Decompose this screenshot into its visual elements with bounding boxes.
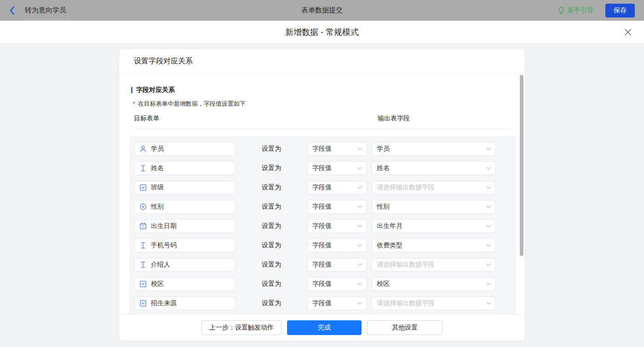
chevron-down-icon	[357, 302, 362, 305]
section-title: 字段对应关系	[131, 86, 525, 94]
value-mode-select-value: 字段值	[312, 145, 332, 153]
previous-step-button[interactable]: 上一步：设置触发动作	[201, 320, 282, 335]
field-mapping-row: 性别 设置为 字段值 性别	[134, 200, 516, 214]
output-field-select-value: 校区	[377, 280, 390, 288]
value-mode-select[interactable]: 字段值	[307, 142, 367, 156]
scrollbar-thumb[interactable]	[520, 75, 523, 256]
output-field-select[interactable]: 性别	[372, 200, 496, 214]
target-field-box: 班级	[134, 181, 236, 194]
set-as-label: 设置为	[236, 222, 307, 230]
value-mode-select[interactable]: 字段值	[307, 219, 367, 233]
output-field-select-value: 请选择输出数据字段	[377, 299, 435, 307]
output-field-select[interactable]: 学员	[372, 142, 496, 156]
field-mapping-row: 班级 设置为 字段值 请选择输出数据字段	[134, 181, 516, 194]
field-mapping-row: 手机号码 设置为 字段值 收费类型	[134, 239, 516, 252]
value-mode-select-value: 字段值	[312, 299, 332, 307]
panel-footer: 上一步：设置触发动作 完成 其他设置	[119, 314, 525, 341]
select-icon	[139, 280, 147, 288]
save-button[interactable]: 保存	[605, 4, 635, 17]
text-icon	[139, 261, 147, 268]
other-settings-button[interactable]: 其他设置	[367, 320, 443, 335]
chevron-down-icon	[357, 205, 362, 208]
value-mode-select[interactable]: 字段值	[307, 239, 367, 252]
beginner-guide-label: 新手引导	[568, 6, 593, 15]
chevron-down-icon	[357, 225, 362, 228]
value-mode-select[interactable]: 字段值	[307, 296, 367, 310]
set-as-label: 设置为	[236, 164, 307, 172]
output-field-select[interactable]: 校区	[372, 277, 496, 291]
close-icon[interactable]	[624, 28, 632, 36]
output-field-select-value: 收费类型	[377, 241, 402, 250]
target-field-label: 校区	[151, 280, 164, 288]
lightbulb-icon	[558, 6, 565, 15]
target-field-box: 招生来源	[134, 296, 236, 310]
target-field-box: 手机号码	[134, 239, 236, 252]
required-asterisk: *	[133, 101, 135, 107]
value-mode-select[interactable]: 字段值	[307, 277, 367, 291]
output-field-select[interactable]: 姓名	[372, 161, 496, 175]
set-as-label: 设置为	[236, 183, 307, 192]
set-as-label: 设置为	[236, 280, 307, 288]
section-description: * 在目标表单中新增数据，字段值设置如下	[133, 100, 525, 108]
field-mapping-row: 姓名 设置为 字段值 姓名	[134, 161, 516, 175]
modal-header: 新增数据 - 常规模式	[0, 21, 644, 44]
set-as-label: 设置为	[236, 261, 307, 269]
chevron-down-icon	[486, 225, 491, 228]
output-field-select[interactable]: 请选择输出数据字段	[372, 181, 496, 194]
value-mode-select[interactable]: 字段值	[307, 200, 367, 214]
target-field-box: 性别	[134, 200, 236, 214]
section-accent-bar	[131, 87, 132, 93]
field-mapping-panel: 设置字段对应关系 字段对应关系 * 在目标表单中新增数据，字段值设置如下 目标表…	[119, 49, 525, 341]
column-header-target-form: 目标表单	[134, 114, 378, 123]
field-mapping-row: 学员 设置为 字段值 学员	[134, 142, 516, 156]
field-mapping-row: 7 出生日期 设置为 字段值 出生年月	[134, 219, 516, 233]
chevron-down-icon	[357, 244, 362, 247]
chevron-down-icon	[357, 283, 362, 285]
panel-header: 设置字段对应关系	[119, 49, 525, 74]
target-field-box: 介绍人	[134, 258, 236, 272]
flow-title[interactable]: 转为意向学员	[25, 6, 66, 15]
target-field-label: 介绍人	[151, 261, 170, 269]
back-chevron-icon[interactable]	[9, 6, 16, 15]
target-field-label: 性别	[151, 203, 164, 211]
chevron-down-icon	[486, 283, 491, 285]
field-mapping-row: 介绍人 设置为 字段值 请选择输出数据字段	[134, 258, 516, 272]
finish-button[interactable]: 完成	[287, 320, 362, 335]
chevron-down-icon	[357, 167, 362, 170]
target-field-label: 出生日期	[151, 222, 177, 230]
value-mode-select-value: 字段值	[312, 164, 332, 172]
target-field-label: 班级	[151, 183, 164, 192]
column-header-output-field: 输出表字段	[378, 114, 410, 123]
value-mode-select[interactable]: 字段值	[307, 181, 367, 194]
rows-list: 学员 设置为 字段值 学员 姓名 设置为 字段值 姓名 班级	[129, 136, 516, 314]
beginner-guide-link[interactable]: 新手引导	[558, 6, 593, 15]
output-field-select[interactable]: 收费类型	[372, 239, 496, 252]
chevron-down-icon	[486, 167, 491, 170]
target-field-label: 手机号码	[151, 241, 177, 250]
date-icon: 7	[139, 222, 147, 230]
target-field-label: 招生来源	[151, 299, 177, 307]
chevron-down-icon	[486, 263, 491, 266]
page-background: 设置字段对应关系 字段对应关系 * 在目标表单中新增数据，字段值设置如下 目标表…	[0, 44, 644, 341]
chevron-down-icon	[486, 148, 491, 150]
value-mode-select-value: 字段值	[312, 280, 332, 288]
set-as-label: 设置为	[236, 203, 307, 211]
value-mode-select-value: 字段值	[312, 183, 332, 192]
svg-text:7: 7	[142, 225, 144, 229]
field-mapping-row: 校区 设置为 字段值 校区	[134, 277, 516, 291]
field-mapping-row: 招生来源 设置为 字段值 请选择输出数据字段	[134, 296, 516, 310]
chevron-down-icon	[486, 186, 491, 189]
value-mode-select-value: 字段值	[312, 203, 332, 211]
output-field-select[interactable]: 请选择输出数据字段	[372, 296, 496, 310]
value-mode-select[interactable]: 字段值	[307, 258, 367, 272]
output-field-select[interactable]: 出生年月	[372, 219, 496, 233]
select-icon	[139, 184, 147, 191]
chevron-down-icon	[357, 186, 362, 189]
value-mode-select[interactable]: 字段值	[307, 161, 367, 175]
chevron-down-icon	[357, 148, 362, 150]
chevron-down-icon	[357, 263, 362, 266]
text-icon	[139, 165, 147, 172]
section-title-label: 字段对应关系	[136, 86, 175, 94]
value-mode-select-value: 字段值	[312, 241, 332, 250]
output-field-select[interactable]: 请选择输出数据字段	[372, 258, 496, 272]
